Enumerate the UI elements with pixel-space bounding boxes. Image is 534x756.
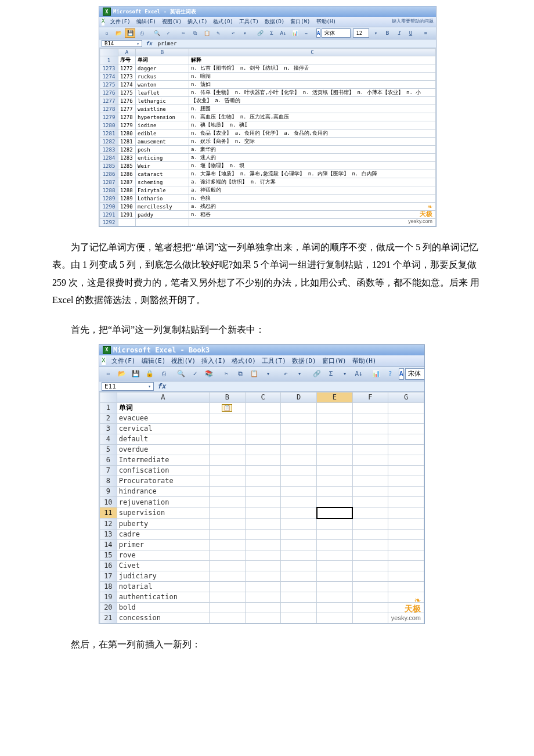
cell[interactable]: n. 匕首【图书馆】 n. 剑号【纺织】 n. 撞停舌 bbox=[189, 64, 436, 73]
table-row[interactable]: 9hindrance bbox=[100, 486, 424, 496]
table-row[interactable]: 18notarial bbox=[100, 581, 424, 592]
cell[interactable] bbox=[352, 529, 388, 539]
row-header[interactable]: 18 bbox=[100, 581, 117, 592]
cell[interactable] bbox=[281, 560, 317, 571]
table-row[interactable]: 12801279iodinen. 碘【地质】 n. 碘I bbox=[100, 121, 436, 129]
column-header[interactable]: C bbox=[245, 392, 281, 402]
cell[interactable] bbox=[210, 496, 246, 507]
cell[interactable] bbox=[317, 539, 353, 550]
cell[interactable]: 1289 bbox=[118, 195, 136, 203]
cell[interactable] bbox=[317, 519, 353, 530]
row-header[interactable]: 15 bbox=[100, 550, 117, 560]
cell[interactable] bbox=[281, 539, 317, 550]
cell[interactable]: rejuvenation bbox=[117, 496, 209, 507]
fx-icon[interactable]: fx bbox=[142, 41, 156, 46]
menu-item[interactable]: 插入(I) bbox=[201, 357, 226, 365]
table-row[interactable]: 2evacuee bbox=[100, 413, 424, 423]
cell[interactable]: enticing bbox=[136, 154, 189, 162]
menu-item[interactable]: 数据(D) bbox=[292, 357, 316, 365]
name-box[interactable]: E11 ▾ bbox=[102, 382, 154, 391]
table-row[interactable]: 12901290mercilesslya. 残忍的 bbox=[100, 203, 436, 211]
cell[interactable] bbox=[245, 486, 281, 496]
cell[interactable]: 1279 bbox=[118, 121, 136, 129]
cell[interactable] bbox=[388, 402, 424, 413]
table-row[interactable]: 5overdue bbox=[100, 444, 424, 455]
cell[interactable] bbox=[317, 413, 353, 423]
cell[interactable] bbox=[281, 476, 317, 486]
menu-item[interactable]: 编辑(E) bbox=[142, 357, 166, 365]
table-row[interactable]: 12871287scheminga. 诡计多端的【纺织】 n. 订方案 bbox=[100, 178, 436, 186]
header-cell[interactable]: 序号 bbox=[118, 56, 136, 64]
copy-icon[interactable]: ⧉ bbox=[234, 368, 247, 380]
cell[interactable] bbox=[388, 423, 424, 434]
menu-item[interactable]: 格式(O) bbox=[213, 18, 233, 26]
cell[interactable] bbox=[388, 602, 424, 613]
cell[interactable] bbox=[245, 592, 281, 602]
cell[interactable] bbox=[317, 455, 353, 465]
row-header[interactable]: 1273 bbox=[100, 64, 118, 73]
cell[interactable]: n. 传单【生物】 n. 叶状器官,小叶【化学】 n. 活页纸【图书馆】 n. … bbox=[189, 89, 436, 97]
table-row[interactable]: 12761275leafletn. 传单【生物】 n. 叶状器官,小叶【化学】 … bbox=[100, 89, 436, 97]
cell[interactable] bbox=[281, 486, 317, 496]
cell[interactable] bbox=[388, 486, 424, 496]
font-color-icon[interactable]: A bbox=[399, 368, 404, 380]
align-center-icon[interactable]: ≡ bbox=[432, 28, 436, 38]
cell[interactable]: ruckus bbox=[136, 73, 189, 81]
column-header[interactable]: D bbox=[281, 392, 317, 402]
cell[interactable] bbox=[352, 423, 388, 434]
fx-icon[interactable]: fx bbox=[154, 382, 169, 390]
cell[interactable] bbox=[317, 465, 353, 476]
menu-item[interactable]: 文件(F) bbox=[111, 357, 136, 365]
column-header[interactable]: B bbox=[136, 49, 189, 56]
paste-icon[interactable]: 📋 bbox=[248, 368, 261, 380]
column-header[interactable]: A bbox=[117, 392, 209, 402]
cell[interactable] bbox=[352, 486, 388, 496]
table-row[interactable]: 12751274wantonn. 荡妇 bbox=[100, 81, 436, 89]
cell[interactable] bbox=[317, 476, 353, 486]
cell[interactable]: n. 食品【农业】 a. 食用的【化学】 a. 食品的,食用的 bbox=[189, 129, 436, 138]
row-header[interactable]: 1292 bbox=[100, 219, 118, 226]
table-row[interactable]: 12891289Lotharion. 色狼 bbox=[100, 195, 436, 203]
chart-icon[interactable]: 📊 bbox=[370, 368, 383, 380]
table-row[interactable]: 12851285Weirn. 堰【物理】 n. 坝 bbox=[100, 162, 436, 170]
cell[interactable] bbox=[352, 539, 388, 550]
cell[interactable]: 1291 bbox=[118, 211, 136, 219]
cell[interactable] bbox=[317, 434, 353, 444]
cell[interactable]: 1277 bbox=[118, 105, 136, 113]
table-row[interactable]: 12771276lethargic【农业】 a. 昏睡的 bbox=[100, 97, 436, 105]
cell[interactable] bbox=[210, 602, 246, 613]
cell[interactable] bbox=[388, 496, 424, 507]
cell[interactable] bbox=[317, 592, 353, 602]
cell[interactable] bbox=[317, 444, 353, 455]
cell[interactable]: rove bbox=[117, 550, 209, 560]
cell[interactable]: 1282 bbox=[118, 146, 136, 154]
cell[interactable] bbox=[210, 560, 246, 571]
cell[interactable]: scheming bbox=[136, 178, 189, 186]
row-header[interactable]: 5 bbox=[100, 444, 117, 455]
dropdown-icon[interactable]: ▾ bbox=[370, 28, 381, 38]
cell[interactable]: paddy bbox=[136, 211, 189, 219]
table-row[interactable]: 14primer bbox=[100, 539, 424, 550]
cell[interactable] bbox=[352, 434, 388, 444]
cell[interactable] bbox=[317, 613, 353, 623]
cut-icon[interactable]: ✂ bbox=[178, 28, 189, 38]
row-header[interactable]: 11 bbox=[100, 507, 117, 519]
cell[interactable] bbox=[352, 550, 388, 560]
cell[interactable] bbox=[388, 476, 424, 486]
cell[interactable] bbox=[245, 423, 281, 434]
table-row[interactable]: 17judiciary bbox=[100, 571, 424, 581]
cell[interactable]: 1281 bbox=[118, 138, 136, 146]
column-header[interactable]: A bbox=[118, 49, 136, 56]
cell[interactable]: amusement bbox=[136, 138, 189, 146]
column-header[interactable]: G bbox=[388, 392, 424, 402]
print-preview-icon[interactable]: 🔍 bbox=[151, 28, 162, 38]
row-header[interactable]: 6 bbox=[100, 455, 117, 465]
row-header[interactable]: 1274 bbox=[100, 73, 118, 81]
cell[interactable] bbox=[352, 613, 388, 623]
cell[interactable]: judiciary bbox=[117, 571, 209, 581]
cell[interactable] bbox=[317, 486, 353, 496]
cell[interactable] bbox=[352, 560, 388, 571]
header-cell[interactable]: 解释 bbox=[189, 56, 436, 64]
table-row[interactable]: 12puberty bbox=[100, 519, 424, 530]
copy-icon[interactable]: ⧉ bbox=[190, 28, 200, 38]
